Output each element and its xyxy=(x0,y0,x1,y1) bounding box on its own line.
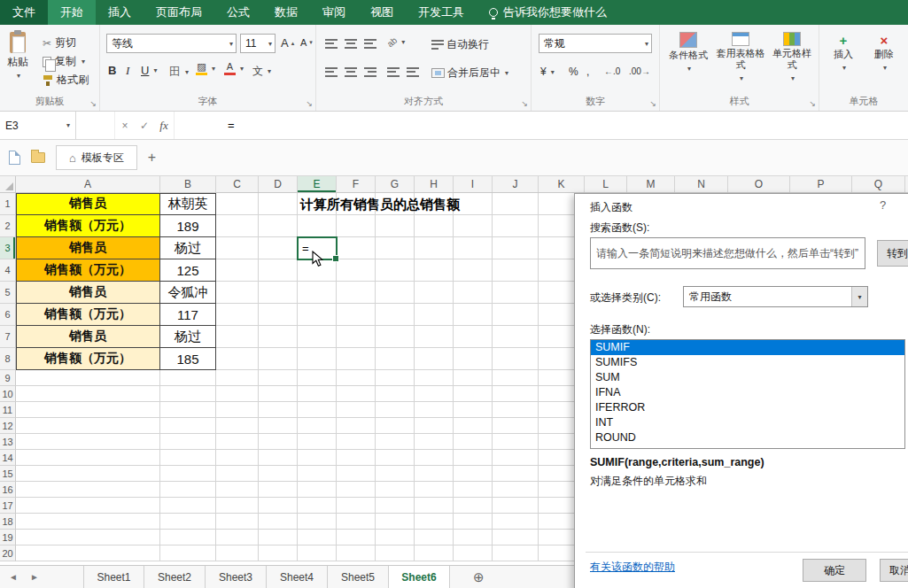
insert-cells-button[interactable]: + 插入▾ xyxy=(827,34,860,74)
chevron-down-icon[interactable]: ▾ xyxy=(851,287,867,306)
align-top-button[interactable] xyxy=(325,39,338,49)
copy-button[interactable]: 复制▾ xyxy=(43,52,89,71)
category-select[interactable]: 常用函数 ▾ xyxy=(683,286,868,307)
sheet-tab-Sheet2[interactable]: Sheet2 xyxy=(144,566,206,588)
cell-C15[interactable] xyxy=(216,466,259,482)
cell-G3[interactable] xyxy=(376,237,415,259)
cell-C19[interactable] xyxy=(216,530,259,545)
cell-J6[interactable] xyxy=(493,304,539,326)
cell-G16[interactable] xyxy=(376,482,415,498)
cell-A2[interactable]: 销售额（万元） xyxy=(16,215,160,237)
cell-F16[interactable] xyxy=(337,482,376,498)
row-header-4[interactable]: 4 xyxy=(0,259,16,282)
comma-format-button[interactable]: , xyxy=(586,66,589,78)
cell-G17[interactable] xyxy=(376,498,415,514)
cell-J1[interactable] xyxy=(493,193,539,215)
function-item-SUMIF[interactable]: SUMIF xyxy=(591,340,904,355)
cell-J14[interactable] xyxy=(493,450,539,466)
column-header-I[interactable]: I xyxy=(454,176,493,192)
cell-D12[interactable] xyxy=(259,418,298,434)
cell-I7[interactable] xyxy=(454,326,493,348)
cell-E17[interactable] xyxy=(298,498,337,514)
cell-F11[interactable] xyxy=(337,402,376,418)
ribbon-tab-公式[interactable]: 公式 xyxy=(214,0,262,25)
cell-D18[interactable] xyxy=(259,514,298,530)
row-header-5[interactable]: 5 xyxy=(0,282,16,304)
cell-A11[interactable] xyxy=(16,402,160,418)
cell-C16[interactable] xyxy=(216,482,259,498)
cell-G15[interactable] xyxy=(376,466,415,482)
cancel-entry-button[interactable]: × xyxy=(115,112,135,139)
cell-B7[interactable]: 杨过 xyxy=(160,326,216,348)
styles-dialog-launcher[interactable]: ↘ xyxy=(809,100,816,108)
italic-button[interactable]: I xyxy=(126,64,129,78)
currency-format-button[interactable]: ¥▾ xyxy=(540,66,555,78)
row-header-19[interactable]: 19 xyxy=(0,530,16,545)
alignment-dialog-launcher[interactable]: ↘ xyxy=(521,100,528,108)
cell-F12[interactable] xyxy=(337,418,376,434)
cell-I12[interactable] xyxy=(454,418,493,434)
prev-sheet-button[interactable]: ◄ xyxy=(9,572,18,582)
cell-A17[interactable] xyxy=(16,498,160,514)
cell-B8[interactable]: 185 xyxy=(160,348,216,370)
cell-E5[interactable] xyxy=(298,282,337,304)
cell-C17[interactable] xyxy=(216,498,259,514)
cell-G8[interactable] xyxy=(376,348,415,370)
cell-H13[interactable] xyxy=(415,434,454,450)
cell-J8[interactable] xyxy=(493,348,539,370)
delete-cells-button[interactable]: × 删除▾ xyxy=(867,34,901,74)
cell-B17[interactable] xyxy=(160,498,216,514)
column-header-L[interactable]: L xyxy=(585,176,627,192)
row-header-9[interactable]: 9 xyxy=(0,370,16,386)
column-header-O[interactable]: O xyxy=(728,176,790,192)
cell-C6[interactable] xyxy=(216,304,259,326)
align-center-button[interactable] xyxy=(345,67,357,77)
cell-J7[interactable] xyxy=(493,326,539,348)
cell-H5[interactable] xyxy=(415,282,454,304)
cell-A4[interactable]: 销售额（万元） xyxy=(16,259,160,282)
cell-A18[interactable] xyxy=(16,514,160,530)
column-header-N[interactable]: N xyxy=(675,176,728,192)
cell-F19[interactable] xyxy=(337,530,376,545)
align-right-button[interactable] xyxy=(364,67,376,77)
row-header-15[interactable]: 15 xyxy=(0,466,16,482)
cell-B1[interactable]: 林朝英 xyxy=(160,193,216,215)
row-header-16[interactable]: 16 xyxy=(0,482,16,498)
cell-F4[interactable] xyxy=(337,259,376,282)
cell-D6[interactable] xyxy=(259,304,298,326)
function-item-INT[interactable]: INT xyxy=(591,415,904,430)
cell-B16[interactable] xyxy=(160,482,216,498)
cell-H2[interactable] xyxy=(415,215,454,237)
cell-C4[interactable] xyxy=(216,259,259,282)
column-header-D[interactable]: D xyxy=(259,176,298,192)
font-dialog-launcher[interactable]: ↘ xyxy=(306,100,313,108)
grow-font-button[interactable]: A▴ xyxy=(281,36,294,50)
cell-C7[interactable] xyxy=(216,326,259,348)
cell-I18[interactable] xyxy=(454,514,493,530)
cell-D2[interactable] xyxy=(259,215,298,237)
cell-H7[interactable] xyxy=(415,326,454,348)
cell-A20[interactable] xyxy=(16,545,160,561)
column-header-J[interactable]: J xyxy=(493,176,539,192)
cell-E13[interactable] xyxy=(298,434,337,450)
sheet-tab-Sheet1[interactable]: Sheet1 xyxy=(83,566,144,588)
row-header-7[interactable]: 7 xyxy=(0,326,16,348)
cell-F20[interactable] xyxy=(337,545,376,561)
cell-A7[interactable]: 销售员 xyxy=(16,326,160,348)
shrink-font-button[interactable]: A▾ xyxy=(300,37,313,48)
paste-button[interactable]: 粘贴 ▾ xyxy=(7,32,28,80)
cell-H18[interactable] xyxy=(415,514,454,530)
column-header-B[interactable]: B xyxy=(160,176,216,192)
cell-D10[interactable] xyxy=(259,386,298,402)
cell-E7[interactable] xyxy=(298,326,337,348)
cell-D13[interactable] xyxy=(259,434,298,450)
cell-J11[interactable] xyxy=(493,402,539,418)
ribbon-tab-数据[interactable]: 数据 xyxy=(262,0,310,25)
cell-A12[interactable] xyxy=(16,418,160,434)
row-header-17[interactable]: 17 xyxy=(0,498,16,514)
font-name-select[interactable]: 等线▾ xyxy=(106,34,237,53)
cell-F5[interactable] xyxy=(337,282,376,304)
cell-A8[interactable]: 销售额（万元） xyxy=(16,348,160,370)
cell-C3[interactable] xyxy=(216,237,259,259)
ribbon-tab-视图[interactable]: 视图 xyxy=(358,0,406,25)
